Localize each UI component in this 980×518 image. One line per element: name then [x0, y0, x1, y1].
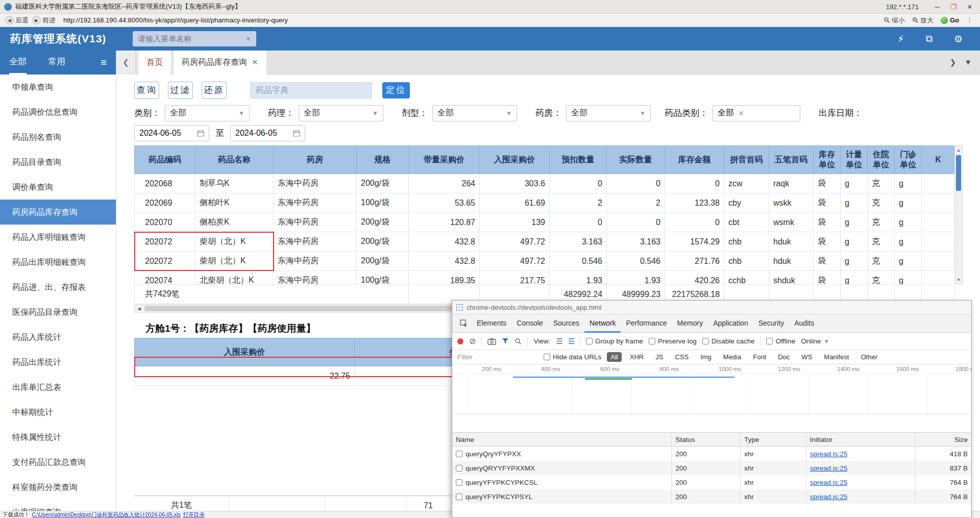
close-icon[interactable]: ✕ [966, 3, 974, 11]
type-filter-pill[interactable]: Img [697, 352, 715, 362]
sidebar-menu-item[interactable]: 支付药品汇款总查询 [0, 450, 116, 475]
devtools-tab[interactable]: Memory [672, 314, 708, 333]
gear-icon[interactable]: ⚙ [954, 33, 963, 45]
inspect-element-icon[interactable] [456, 319, 472, 328]
date-to-input[interactable]: 2024-06-05 [230, 125, 305, 141]
col-status[interactable]: Status [672, 433, 741, 446]
tab-home[interactable]: 首页 [138, 51, 171, 75]
network-request-row[interactable]: queryQryYFYPXX 200 xhr spread.js:25 418 … [452, 447, 971, 461]
sidebar-menu-item[interactable]: 医保药品目录查询 [0, 300, 116, 325]
back-button[interactable]: ◀ 后退 [5, 16, 29, 25]
tag-remove-icon[interactable]: ✕ [738, 109, 744, 117]
inventory-row[interactable]: 202074 北柴胡（北）K 东海中药房 100g/袋 189.35 217.7… [135, 271, 955, 285]
sidebar-menu-item[interactable]: 科室领药分类查询 [0, 475, 116, 500]
sidebar-menu-item[interactable]: 药品进、出、存报表 [0, 275, 116, 300]
type-filter-pill[interactable]: Media [720, 352, 745, 362]
screenshot-camera-icon[interactable] [487, 338, 496, 345]
url-field[interactable]: http://192.168.190.44:8000/his-yk/app/#/… [63, 16, 880, 24]
scroll-down-icon[interactable]: ▼ [955, 276, 962, 284]
type-filter-pill[interactable]: CSS [671, 352, 692, 362]
dosage-form-select[interactable]: 全部 ▼ [432, 105, 517, 121]
sidebar-menu-item[interactable]: 药品入库明细账查询 [0, 225, 116, 250]
col-k[interactable]: K [922, 146, 955, 174]
forward-button[interactable]: ▶ 前进 [32, 16, 56, 25]
network-request-row[interactable]: queryYFYPKCYPKCSL 200 xhr spread.js:25 7… [452, 475, 971, 489]
date-from-input[interactable]: 2024-06-05 [134, 125, 209, 141]
col-pinyin-code[interactable]: 拼音首码 [724, 146, 769, 174]
inventory-row[interactable]: 202068 制草乌K 东海中药房 200g/袋 264 303.6 0 0 0… [135, 174, 955, 193]
sidebar-menu-item[interactable]: 药品调价信息查询 [0, 100, 116, 125]
request-initiator-link[interactable]: spread.js:25 [810, 493, 848, 501]
col-measure-unit[interactable]: 计量单位 [841, 146, 868, 174]
request-checkbox[interactable] [456, 465, 462, 472]
type-filter-pill[interactable]: XHR [626, 352, 647, 362]
sidebar-menu-item[interactable]: 药品出库明细账查询 [0, 250, 116, 275]
tab-close-icon[interactable]: ✕ [252, 58, 258, 67]
col-stock-unit[interactable]: 库存单位 [814, 146, 841, 174]
col-reserved-qty[interactable]: 预扣数量 [550, 146, 607, 174]
tab-scroll-right-icon[interactable]: ❯ [950, 58, 957, 67]
menu-search-select[interactable]: 请输入菜单名称 ▼ [133, 31, 256, 46]
sidebar-menu-item[interactable]: 调价单查询 [0, 175, 116, 200]
scroll-left-icon[interactable]: ◀ [135, 306, 143, 311]
disable-cache-checkbox[interactable]: Disable cache [702, 337, 755, 345]
offline-checkbox[interactable]: Offline [766, 337, 795, 345]
sidebar-tab-all[interactable]: 全部 [9, 51, 27, 75]
sidebar-menu-item[interactable]: 中标期统计 [0, 400, 116, 425]
col-size[interactable]: Size [915, 433, 971, 446]
category-select[interactable]: 全部 ▼ [165, 105, 250, 121]
filter-funnel-icon[interactable] [502, 338, 509, 344]
network-request-row[interactable]: queryQRYYFYPXXMX 200 xhr spread.js:25 83… [452, 461, 971, 475]
downloaded-file-link[interactable]: C:\Users\admin\Desktop\门诊科室药品收入统计2024-06… [32, 511, 181, 518]
col-inpatient-unit[interactable]: 住院单位 [868, 146, 895, 174]
inventory-row[interactable]: 202070 侧柏炭K 东海中药房 200g/袋 120.87 139 0 0 … [135, 213, 955, 232]
open-directory-link[interactable]: 打开目录 [183, 511, 205, 518]
sidebar-menu-item[interactable]: 出库单汇总表 [0, 375, 116, 400]
checkbox[interactable] [586, 338, 593, 344]
request-initiator-link[interactable]: spread.js:25 [810, 479, 848, 486]
request-checkbox[interactable] [456, 494, 462, 500]
collapse-sidebar-button[interactable]: ❮ [116, 51, 136, 75]
col-initiator[interactable]: Initiator [806, 433, 916, 446]
query-button[interactable]: 查询 [134, 82, 159, 99]
checkbox[interactable] [649, 338, 655, 344]
record-icon[interactable] [457, 338, 463, 344]
devtools-tab[interactable]: Application [708, 314, 753, 333]
group-by-frame-checkbox[interactable]: Group by frame [586, 337, 643, 345]
go-button[interactable]: Go [941, 16, 959, 24]
zoom-in-button[interactable]: 放大 [912, 16, 934, 25]
sidebar-menu-item[interactable]: 药品入库统计 [0, 325, 116, 350]
restore-icon[interactable]: ❐ [949, 3, 958, 11]
hide-data-urls-checkbox[interactable]: Hide data URLs [544, 353, 601, 361]
type-filter-pill[interactable]: Other [857, 352, 881, 362]
hamburger-icon[interactable]: ≡ [101, 57, 107, 68]
devtools-tab[interactable]: Audits [789, 314, 819, 333]
sidebar-tab-common[interactable]: 常用 [48, 51, 65, 75]
devtools-tab[interactable]: Elements [472, 314, 511, 333]
throttling-select[interactable]: Online ▼ [801, 337, 829, 345]
checkbox[interactable] [702, 338, 709, 344]
sidebar-menu-item[interactable]: 特殊属性统计 [0, 425, 116, 450]
sidebar-menu-item[interactable]: 药房药品库存查询 [0, 200, 116, 225]
sidebar-menu-item[interactable]: 申领单查询 [0, 75, 116, 100]
preserve-log-checkbox[interactable]: Preserve log [649, 337, 697, 345]
network-request-row[interactable]: queryYFYPKCYPSYL 200 xhr spread.js:25 76… [452, 489, 971, 504]
view-list-icon[interactable]: ☰ [556, 337, 562, 346]
checkbox[interactable] [544, 354, 550, 360]
type-filter-pill[interactable]: JS [652, 352, 667, 362]
windows-icon[interactable]: ⧉ [925, 33, 933, 44]
type-filter-pill[interactable]: Font [749, 352, 770, 362]
search-icon[interactable] [514, 338, 522, 345]
type-filter-pill[interactable]: Doc [774, 352, 793, 362]
locate-button[interactable]: 定位 [382, 82, 410, 98]
clear-icon[interactable]: ⊘ [469, 337, 476, 346]
devtools-tab[interactable]: Console [511, 314, 548, 333]
sidebar-menu-item[interactable]: 药品目录查询 [0, 150, 116, 175]
col-selected-price[interactable]: 入围采购价 [480, 146, 550, 174]
sidebar-menu-item[interactable]: 出库明细查询 [0, 500, 116, 511]
view-large-rows-icon[interactable]: ☰ [568, 337, 574, 346]
network-filter-input[interactable] [457, 353, 538, 361]
inventory-row[interactable]: 202072 柴胡（北）K 东海中药房 200g/袋 432.8 497.72 … [135, 232, 955, 252]
col-drug-name[interactable]: 药品名称 [195, 146, 274, 174]
network-overview[interactable] [452, 374, 971, 414]
